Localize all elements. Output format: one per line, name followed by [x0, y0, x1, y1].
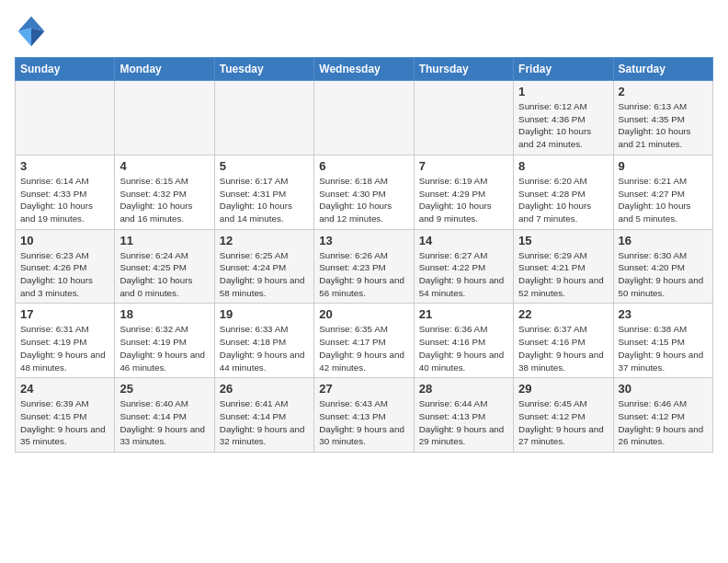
header-wednesday: Wednesday: [314, 58, 414, 81]
calendar-cell: 23Sunrise: 6:38 AM Sunset: 4:15 PM Dayli…: [613, 304, 712, 378]
calendar-cell: 27Sunrise: 6:43 AM Sunset: 4:13 PM Dayli…: [314, 378, 414, 453]
page-header: [15, 15, 713, 48]
calendar-cell: 1Sunrise: 6:12 AM Sunset: 4:36 PM Daylig…: [514, 81, 613, 155]
day-info: Sunrise: 6:26 AM Sunset: 4:23 PM Dayligh…: [319, 249, 408, 300]
calendar-cell: 28Sunrise: 6:44 AM Sunset: 4:13 PM Dayli…: [414, 378, 513, 453]
day-number: 21: [419, 307, 508, 321]
day-number: 26: [220, 382, 309, 396]
calendar-cell: 11Sunrise: 6:24 AM Sunset: 4:25 PM Dayli…: [115, 229, 214, 304]
day-info: Sunrise: 6:39 AM Sunset: 4:15 PM Dayligh…: [20, 397, 109, 448]
calendar-cell: 30Sunrise: 6:46 AM Sunset: 4:12 PM Dayli…: [613, 378, 712, 453]
day-info: Sunrise: 6:18 AM Sunset: 4:30 PM Dayligh…: [319, 175, 408, 225]
calendar-cell: 20Sunrise: 6:35 AM Sunset: 4:17 PM Dayli…: [314, 304, 414, 378]
calendar-cell: 8Sunrise: 6:20 AM Sunset: 4:28 PM Daylig…: [514, 155, 613, 229]
calendar-cell: 17Sunrise: 6:31 AM Sunset: 4:19 PM Dayli…: [16, 304, 115, 378]
day-number: 12: [220, 234, 309, 247]
calendar-cell: 26Sunrise: 6:41 AM Sunset: 4:14 PM Dayli…: [214, 378, 313, 453]
calendar-week-1: 1Sunrise: 6:12 AM Sunset: 4:36 PM Daylig…: [16, 81, 713, 155]
header-friday: Friday: [514, 58, 613, 81]
header-thursday: Thursday: [414, 58, 513, 81]
calendar-cell: 13Sunrise: 6:26 AM Sunset: 4:23 PM Dayli…: [314, 229, 414, 304]
calendar-cell: 22Sunrise: 6:37 AM Sunset: 4:16 PM Dayli…: [514, 304, 613, 378]
calendar-cell: [16, 81, 115, 155]
day-info: Sunrise: 6:27 AM Sunset: 4:22 PM Dayligh…: [419, 249, 508, 300]
calendar-cell: 14Sunrise: 6:27 AM Sunset: 4:22 PM Dayli…: [414, 229, 513, 304]
calendar-cell: [115, 81, 214, 155]
day-info: Sunrise: 6:21 AM Sunset: 4:27 PM Dayligh…: [619, 175, 708, 225]
header-tuesday: Tuesday: [214, 58, 313, 81]
day-number: 10: [20, 234, 109, 247]
day-number: 17: [20, 307, 109, 321]
day-info: Sunrise: 6:13 AM Sunset: 4:35 PM Dayligh…: [619, 100, 708, 151]
day-info: Sunrise: 6:35 AM Sunset: 4:17 PM Dayligh…: [319, 323, 408, 373]
calendar-week-3: 10Sunrise: 6:23 AM Sunset: 4:26 PM Dayli…: [16, 229, 713, 304]
calendar-table: SundayMondayTuesdayWednesdayThursdayFrid…: [15, 57, 713, 453]
calendar-header-row: SundayMondayTuesdayWednesdayThursdayFrid…: [16, 58, 713, 81]
day-number: 16: [619, 234, 708, 247]
day-info: Sunrise: 6:45 AM Sunset: 4:12 PM Dayligh…: [518, 397, 608, 448]
calendar-cell: 29Sunrise: 6:45 AM Sunset: 4:12 PM Dayli…: [514, 378, 613, 453]
day-number: 15: [518, 234, 608, 247]
calendar-cell: 7Sunrise: 6:19 AM Sunset: 4:29 PM Daylig…: [414, 155, 513, 229]
day-number: 23: [619, 307, 708, 321]
day-number: 3: [20, 159, 109, 173]
calendar-cell: [214, 81, 313, 155]
header-saturday: Saturday: [613, 58, 712, 81]
day-number: 19: [220, 307, 309, 321]
day-info: Sunrise: 6:23 AM Sunset: 4:26 PM Dayligh…: [20, 249, 109, 300]
day-info: Sunrise: 6:44 AM Sunset: 4:13 PM Dayligh…: [419, 397, 508, 448]
day-info: Sunrise: 6:36 AM Sunset: 4:16 PM Dayligh…: [419, 323, 508, 373]
day-info: Sunrise: 6:19 AM Sunset: 4:29 PM Dayligh…: [419, 175, 508, 225]
header-monday: Monday: [115, 58, 214, 81]
calendar-cell: 24Sunrise: 6:39 AM Sunset: 4:15 PM Dayli…: [16, 378, 115, 453]
day-info: Sunrise: 6:32 AM Sunset: 4:19 PM Dayligh…: [119, 323, 209, 373]
calendar-cell: 6Sunrise: 6:18 AM Sunset: 4:30 PM Daylig…: [314, 155, 414, 229]
day-info: Sunrise: 6:15 AM Sunset: 4:32 PM Dayligh…: [119, 175, 209, 225]
day-info: Sunrise: 6:38 AM Sunset: 4:15 PM Dayligh…: [619, 323, 708, 373]
day-number: 13: [319, 234, 408, 247]
header-sunday: Sunday: [16, 58, 115, 81]
calendar-week-2: 3Sunrise: 6:14 AM Sunset: 4:33 PM Daylig…: [16, 155, 713, 229]
day-number: 5: [220, 159, 309, 173]
calendar-cell: 9Sunrise: 6:21 AM Sunset: 4:27 PM Daylig…: [613, 155, 712, 229]
calendar-cell: 19Sunrise: 6:33 AM Sunset: 4:18 PM Dayli…: [214, 304, 313, 378]
day-info: Sunrise: 6:31 AM Sunset: 4:19 PM Dayligh…: [20, 323, 109, 373]
calendar-cell: 21Sunrise: 6:36 AM Sunset: 4:16 PM Dayli…: [414, 304, 513, 378]
day-number: 8: [518, 159, 608, 173]
logo: [15, 15, 51, 48]
day-info: Sunrise: 6:24 AM Sunset: 4:25 PM Dayligh…: [119, 249, 209, 300]
day-info: Sunrise: 6:37 AM Sunset: 4:16 PM Dayligh…: [518, 323, 608, 373]
calendar-cell: 2Sunrise: 6:13 AM Sunset: 4:35 PM Daylig…: [613, 81, 712, 155]
day-info: Sunrise: 6:20 AM Sunset: 4:28 PM Dayligh…: [518, 175, 608, 225]
day-number: 1: [518, 85, 608, 98]
day-info: Sunrise: 6:17 AM Sunset: 4:31 PM Dayligh…: [220, 175, 309, 225]
calendar-cell: [314, 81, 414, 155]
day-number: 4: [119, 159, 209, 173]
calendar-cell: 5Sunrise: 6:17 AM Sunset: 4:31 PM Daylig…: [214, 155, 313, 229]
day-info: Sunrise: 6:12 AM Sunset: 4:36 PM Dayligh…: [518, 100, 608, 151]
day-number: 24: [20, 382, 109, 396]
day-number: 25: [119, 382, 209, 396]
calendar-cell: 4Sunrise: 6:15 AM Sunset: 4:32 PM Daylig…: [115, 155, 214, 229]
day-info: Sunrise: 6:41 AM Sunset: 4:14 PM Dayligh…: [220, 397, 309, 448]
day-number: 18: [119, 307, 209, 321]
day-info: Sunrise: 6:43 AM Sunset: 4:13 PM Dayligh…: [319, 397, 408, 448]
calendar-week-4: 17Sunrise: 6:31 AM Sunset: 4:19 PM Dayli…: [16, 304, 713, 378]
day-number: 20: [319, 307, 408, 321]
day-number: 2: [619, 85, 708, 98]
day-info: Sunrise: 6:14 AM Sunset: 4:33 PM Dayligh…: [20, 175, 109, 225]
calendar-cell: 16Sunrise: 6:30 AM Sunset: 4:20 PM Dayli…: [613, 229, 712, 304]
calendar-cell: 3Sunrise: 6:14 AM Sunset: 4:33 PM Daylig…: [16, 155, 115, 229]
day-info: Sunrise: 6:25 AM Sunset: 4:24 PM Dayligh…: [220, 249, 309, 300]
day-number: 29: [518, 382, 608, 396]
day-number: 22: [518, 307, 608, 321]
day-info: Sunrise: 6:46 AM Sunset: 4:12 PM Dayligh…: [619, 397, 708, 448]
calendar-cell: 15Sunrise: 6:29 AM Sunset: 4:21 PM Dayli…: [514, 229, 613, 304]
logo-icon: [15, 15, 48, 48]
calendar-cell: 12Sunrise: 6:25 AM Sunset: 4:24 PM Dayli…: [214, 229, 313, 304]
day-info: Sunrise: 6:30 AM Sunset: 4:20 PM Dayligh…: [619, 249, 708, 300]
day-number: 6: [319, 159, 408, 173]
day-number: 9: [619, 159, 708, 173]
day-number: 27: [319, 382, 408, 396]
day-info: Sunrise: 6:40 AM Sunset: 4:14 PM Dayligh…: [119, 397, 209, 448]
